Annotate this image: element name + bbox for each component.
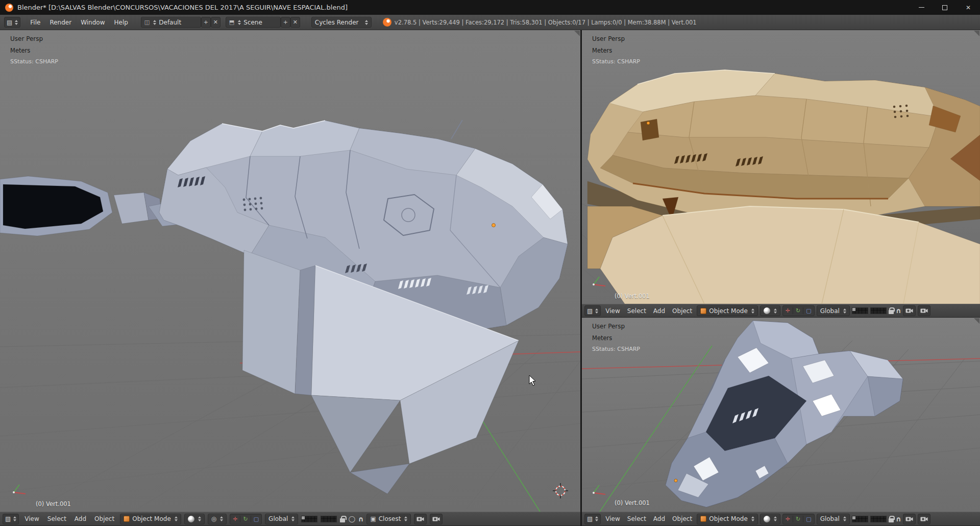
transform-orientation-dropdown[interactable]: Global [817,305,850,316]
3d-cursor[interactable] [553,483,568,498]
orientation-arrows-icon [291,516,295,521]
transform-orientation-dropdown[interactable]: Global [265,514,298,524]
add-scene-button[interactable]: + [281,17,290,28]
menu-file[interactable]: File [26,19,45,26]
editor-type-button-info[interactable]: ▤ [4,17,20,28]
lock-camera-icon[interactable] [340,518,345,522]
layers-widget-a[interactable] [852,307,868,314]
mini-axis-gizmo [13,485,26,494]
viewport-shading-dropdown[interactable] [760,305,780,316]
viewport-main-canvas[interactable] [0,30,580,512]
screen-layout-name: Default [159,19,181,26]
menu-window[interactable]: Window [76,19,109,26]
view-menu[interactable]: View [22,515,41,522]
scale-manipulator-icon[interactable]: ▢ [803,307,814,314]
select-menu[interactable]: Select [45,515,69,522]
viewport-shading-dropdown[interactable] [760,514,780,524]
minimize-button[interactable] [910,0,933,15]
select-menu[interactable]: Select [625,307,649,315]
shading-sphere-icon [188,516,194,522]
add-menu[interactable]: Add [651,515,668,522]
layers-widget-a[interactable] [852,516,868,522]
maximize-icon [942,5,947,10]
lock-camera-icon[interactable] [889,518,894,522]
manipulator-toggles[interactable]: ✛ ↻ ▢ [782,305,815,316]
translate-manipulator-icon[interactable]: ✛ [230,516,240,522]
add-menu[interactable]: Add [72,515,89,522]
view-menu[interactable]: View [603,515,622,522]
viewport-top-right-canvas[interactable] [582,30,980,304]
viewport-resize-handle[interactable] [974,318,979,324]
blender-app-icon [5,4,13,12]
editor-type-button[interactable]: ▧ [584,514,601,524]
layers-widget-a[interactable] [301,516,317,522]
object-menu[interactable]: Object [670,307,695,315]
translate-manipulator-icon[interactable]: ✛ [783,307,793,314]
object-mode-cube-icon [700,308,706,314]
render-still-button[interactable] [903,514,916,524]
mode-dropdown[interactable]: Object Mode [697,305,758,316]
transform-orientation-dropdown[interactable]: Global [817,514,850,524]
rotate-manipulator-icon[interactable]: ↻ [793,516,803,522]
viewport-shading-dropdown[interactable] [184,514,205,524]
render-still-button[interactable] [903,305,916,316]
layers-widget-b[interactable] [870,307,887,314]
object-mode-cube-icon [700,516,706,522]
snap-magnet-icon[interactable]: ∩ [358,515,364,523]
add-menu[interactable]: Add [651,307,668,315]
viewport-resize-handle[interactable] [574,31,580,36]
mode-label: Object Mode [709,515,748,522]
viewport-resize-handle[interactable] [974,31,979,36]
render-animation-button[interactable] [918,305,930,316]
object-menu[interactable]: Object [670,515,695,522]
render-animation-button[interactable] [918,514,930,524]
snap-element-dropdown[interactable]: ▣ Closest [366,514,411,524]
pivot-arrows-icon [220,516,223,521]
menu-render[interactable]: Render [45,19,76,26]
scene-browse-arrows-icon [238,20,241,25]
editor-type-button[interactable]: ▧ [3,514,19,524]
mode-dropdown[interactable]: Object Mode [120,514,181,524]
layout-browse-arrows-icon [153,20,156,25]
camera-film-icon [920,308,928,314]
translate-manipulator-icon[interactable]: ✛ [783,516,793,522]
delete-scene-button[interactable]: ✕ [290,17,300,28]
render-still-button[interactable] [414,514,427,524]
close-button[interactable]: ✕ [957,0,980,15]
render-engine-dropdown[interactable]: Cycles Render [311,17,372,28]
snap-magnet-icon[interactable]: ∩ [896,515,901,523]
mode-dropdown[interactable]: Object Mode [697,514,758,524]
object-origin-dot [647,122,650,125]
object-menu[interactable]: Object [92,515,117,522]
rotate-manipulator-icon[interactable]: ↻ [793,307,803,314]
camera-icon [416,516,424,522]
snap-magnet-icon[interactable]: ∩ [896,307,901,315]
info-editor-icon: ▤ [7,19,12,26]
menu-help[interactable]: Help [110,19,133,26]
viewport-bottom-right-canvas[interactable] [582,318,980,512]
scale-manipulator-icon[interactable]: ▢ [803,516,814,522]
layers-widget-b[interactable] [870,516,887,522]
scene-selector[interactable]: ⬒ Scene [226,17,281,28]
view-menu[interactable]: View [603,307,622,315]
pivot-point-dropdown[interactable]: ◎ [208,514,227,524]
window-controls: ✕ [910,0,980,15]
lock-camera-icon[interactable] [889,310,894,314]
rotate-manipulator-icon[interactable]: ↻ [240,516,251,522]
delete-layout-button[interactable]: ✕ [211,17,220,28]
layers-widget-b[interactable] [321,516,337,522]
manipulator-toggles[interactable]: ✛ ↻ ▢ [230,514,262,524]
screen-layout-selector[interactable]: ◫ Default [141,17,201,28]
proportional-edit-icon[interactable]: ◯ [348,515,355,522]
scale-manipulator-icon[interactable]: ▢ [251,516,261,522]
info-header: ▤ File Render Window Help ◫ Default + ✕ … [0,15,980,30]
viewport-divider[interactable] [580,30,582,526]
add-layout-button[interactable]: + [201,17,211,28]
manipulator-toggles[interactable]: ✛ ↻ ▢ [782,514,815,524]
scene-icon: ⬒ [229,19,234,26]
spaceship-model-small [666,321,903,507]
select-menu[interactable]: Select [625,515,649,522]
editor-type-button[interactable]: ▧ [584,305,601,316]
maximize-button[interactable] [933,0,957,15]
render-animation-button[interactable] [430,514,443,524]
